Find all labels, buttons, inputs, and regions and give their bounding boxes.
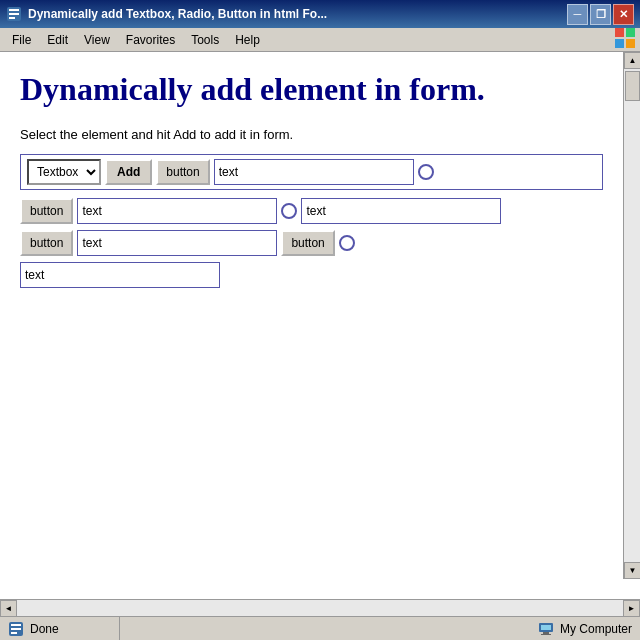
top-row-button[interactable]: button [156,159,209,185]
title-bar: Dynamically add Textbox, Radio, Button i… [0,0,640,28]
status-bar: Done My Computer [0,616,640,640]
content-area: Dynamically add element in form. Select … [0,52,623,304]
menu-edit[interactable]: Edit [39,31,76,49]
status-left: Done [0,617,120,640]
status-left-text: Done [30,622,59,636]
add-button[interactable]: Add [105,159,152,185]
top-row-radio[interactable] [418,164,434,180]
row1-radio[interactable] [281,203,297,219]
row3-text-input[interactable] [20,262,220,288]
title-bar-buttons: ─ ❐ ✕ [567,4,634,25]
svg-rect-2 [9,13,19,15]
menu-view[interactable]: View [76,31,118,49]
page-heading: Dynamically add element in form. [20,72,603,107]
main-area: Dynamically add element in form. Select … [0,52,640,599]
status-icon-left [8,621,24,637]
svg-rect-5 [626,28,635,37]
row2-radio[interactable] [339,235,355,251]
svg-rect-4 [615,28,624,37]
scroll-track [624,69,640,562]
scrollbar-right[interactable]: ▲ ▼ [623,52,640,579]
svg-rect-7 [626,39,635,48]
minimize-button[interactable]: ─ [567,4,588,25]
row2-text-input[interactable] [77,230,277,256]
title-bar-text: Dynamically add Textbox, Radio, Button i… [28,7,567,21]
svg-rect-9 [11,624,21,626]
svg-rect-3 [9,17,15,19]
row1-text-input2[interactable] [301,198,501,224]
menu-help[interactable]: Help [227,31,268,49]
svg-rect-11 [11,632,17,634]
row1-button[interactable]: button [20,198,73,224]
form-row-2: button button [20,230,603,256]
menu-bar: File Edit View Favorites Tools Help [0,28,640,52]
row2-button[interactable]: button [20,230,73,256]
svg-rect-6 [615,39,624,48]
restore-button[interactable]: ❐ [590,4,611,25]
row2-button2[interactable]: button [281,230,334,256]
scroll-left-button[interactable]: ◄ [0,600,17,617]
status-right-text: My Computer [560,622,632,636]
menu-favorites[interactable]: Favorites [118,31,183,49]
form-row-1: button [20,198,603,224]
form-row-3 [20,262,603,288]
scroll-down-button[interactable]: ▼ [624,562,640,579]
element-select[interactable]: Textbox Radio Button [27,159,101,185]
menu-file[interactable]: File [4,31,39,49]
dynamic-form-area: button button button [20,198,603,288]
computer-icon [538,621,554,637]
svg-rect-1 [9,9,19,11]
svg-rect-13 [541,625,551,630]
scroll-up-button[interactable]: ▲ [624,52,640,69]
scrollbar-bottom: ◄ ► [0,599,640,616]
top-controls-row: Textbox Radio Button Add button [20,154,603,190]
svg-rect-14 [543,632,549,634]
app-icon [6,6,22,22]
status-right: My Computer [530,621,640,637]
menu-tools[interactable]: Tools [183,31,227,49]
scroll-right-button[interactable]: ► [623,600,640,617]
windows-logo [614,27,636,52]
close-button[interactable]: ✕ [613,4,634,25]
scroll-thumb[interactable] [625,71,640,101]
svg-rect-10 [11,628,21,630]
svg-rect-15 [541,634,551,635]
scroll-track-h [17,600,623,616]
top-row-text-input[interactable] [214,159,414,185]
row1-text-input[interactable] [77,198,277,224]
instruction-text: Select the element and hit Add to add it… [20,127,603,142]
